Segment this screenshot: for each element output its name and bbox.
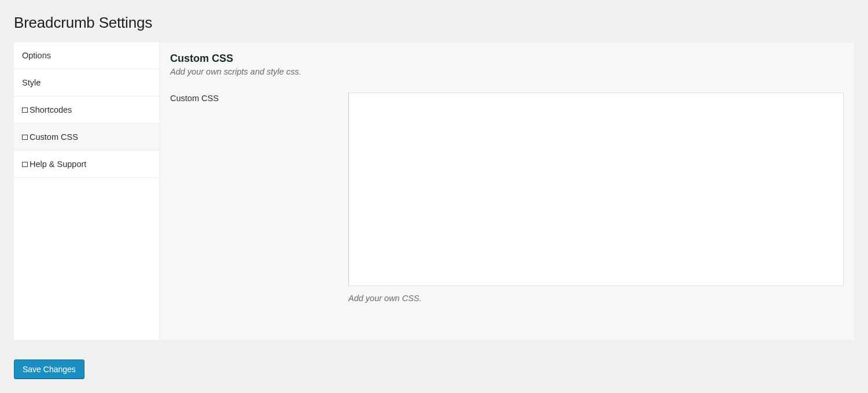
section-title: Custom CSS <box>170 53 844 65</box>
tab-custom-css[interactable]: Custom CSS <box>14 124 159 151</box>
tab-label: Options <box>22 51 51 60</box>
box-icon <box>22 107 28 113</box>
field-label: Custom CSS <box>170 92 348 103</box>
field-row-custom-css: Custom CSS Add your own CSS. <box>170 92 844 303</box>
box-icon <box>22 135 28 140</box>
submit-row: Save Changes <box>14 359 854 379</box>
settings-panel: Options Style Shortcodes Custom CSS Help… <box>14 42 854 340</box>
page-title: Breadcrumb Settings <box>14 14 854 32</box>
tab-shortcodes[interactable]: Shortcodes <box>14 97 159 124</box>
tab-help-support[interactable]: Help & Support <box>14 151 159 178</box>
section-description: Add your own scripts and style css. <box>170 67 844 76</box>
content-area: Custom CSS Add your own scripts and styl… <box>160 42 854 340</box>
box-icon <box>22 162 28 167</box>
tab-label: Shortcodes <box>30 105 72 114</box>
tab-options[interactable]: Options <box>14 42 159 69</box>
field-help-text: Add your own CSS. <box>348 294 844 303</box>
tab-label: Style <box>22 78 41 87</box>
tabs-list: Options Style Shortcodes Custom CSS Help… <box>14 42 160 340</box>
tab-style[interactable]: Style <box>14 69 159 97</box>
save-changes-button[interactable]: Save Changes <box>14 359 84 379</box>
tab-label: Help & Support <box>30 160 86 169</box>
tab-label: Custom CSS <box>30 132 78 142</box>
custom-css-textarea[interactable] <box>348 92 844 286</box>
field-control: Add your own CSS. <box>348 92 844 303</box>
